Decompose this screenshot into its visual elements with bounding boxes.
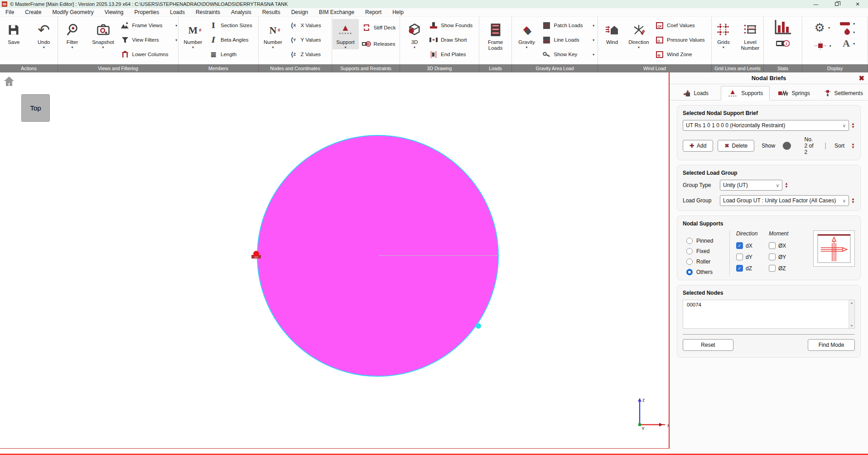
menu-restraints[interactable]: Restraints (190, 9, 226, 15)
axis-triad: z x y (627, 396, 670, 430)
display-node-style-button[interactable]: ▼ (815, 42, 832, 50)
panel-close-icon[interactable]: ✖ (858, 74, 864, 82)
restore-button[interactable] (826, 0, 847, 8)
selected-nodes-card: Selected Nodes 00074 ▲▼ Reset Find Mode (677, 285, 861, 358)
menu-help[interactable]: Help (387, 9, 409, 15)
group-type-spinner[interactable]: ▲▼ (785, 182, 788, 188)
menu-loads[interactable]: Loads (164, 9, 190, 15)
display-font-button[interactable]: A▼ (840, 38, 855, 48)
radio-fixed[interactable]: Fixed (686, 248, 729, 254)
radio-pinned[interactable]: Pinned (686, 238, 729, 244)
3d-button[interactable]: 3D ▼ (403, 19, 426, 49)
menu-modify-geometry[interactable]: Modify Geometry (47, 9, 99, 15)
wind-button[interactable]: Wind (601, 19, 623, 45)
line-loads-button[interactable]: Line Loads▼ (542, 35, 595, 45)
support-button[interactable]: ▲✕✕✕✕✕ Support ▼ (333, 19, 359, 49)
radio-others[interactable]: Others (686, 269, 729, 275)
nodes-scrollbar[interactable]: ▲▼ (849, 300, 854, 328)
frame-views-button[interactable]: Frame Views▼ (120, 20, 178, 30)
draw-short-button[interactable]: Draw Short (429, 35, 476, 45)
undo-button[interactable]: ↶ Undo ▼ (30, 19, 58, 49)
direction-header: Direction (736, 230, 762, 237)
tab-springs[interactable]: Springs (770, 86, 819, 101)
node-number-button[interactable]: N# Number ▼ (260, 19, 286, 49)
releases-button[interactable]: Releases (362, 39, 400, 49)
checkbox-dx[interactable]: ✓dX (736, 242, 762, 249)
pressure-values-button[interactable]: Q Pressure Values (655, 35, 708, 45)
display-line-color-button[interactable]: ▼ (840, 22, 855, 26)
menu-bim-exchange[interactable]: BIM Exchange (313, 9, 360, 15)
view-filters-button[interactable]: View Filters▼ (120, 35, 178, 45)
beta-angles-button[interactable]: I Beta Angles (208, 35, 256, 45)
lower-columns-button[interactable]: Lower Columns (120, 49, 178, 59)
radio-roller[interactable]: Roller (686, 259, 729, 265)
frame-loads-button[interactable]: Frame Loads (482, 19, 510, 51)
checkbox-oz[interactable]: ØZ (769, 265, 795, 272)
menu-viewing[interactable]: Viewing (99, 9, 129, 15)
group-type-combobox[interactable]: Unity (UT) ∨ (720, 180, 782, 191)
wind-zone-icon: W (655, 51, 665, 58)
show-toggle[interactable] (782, 143, 791, 149)
end-plates-button[interactable]: End Plates (429, 49, 476, 59)
menu-design[interactable]: Design (286, 9, 313, 15)
patch-loads-button[interactable]: Patch Loads▼ (542, 20, 595, 30)
checkbox-dz[interactable]: ✓dZ (736, 265, 762, 272)
display-fill-color-button[interactable]: ▼ (840, 29, 855, 35)
tab-settlements[interactable]: Settlements (819, 86, 868, 101)
load-group-spinner[interactable]: ▲▼ (851, 197, 855, 204)
length-button[interactable]: ≣ Length (208, 49, 256, 59)
z-values-button[interactable]: ⟨Z Z Values (289, 49, 330, 59)
node-marker[interactable] (476, 323, 481, 329)
snapshot-button[interactable]: Snapshot ▼ (89, 19, 117, 49)
reset-button[interactable]: Reset (683, 339, 733, 351)
tank-plate-circle[interactable] (257, 135, 499, 377)
checkbox-oy[interactable]: ØY (769, 254, 795, 260)
display-settings-button[interactable]: ⚙▼ (815, 22, 832, 34)
model-canvas[interactable]: Top z x y (0, 72, 670, 455)
selected-nodes-list[interactable]: 00074 ▲▼ (683, 300, 855, 329)
load-group-combobox[interactable]: Load Group UT : Unity Load Factor (All C… (720, 195, 849, 206)
tab-supports[interactable]: ▲✕✕✕✕ Supports (721, 86, 770, 101)
tab-loads[interactable]: Loads (671, 86, 721, 101)
menu-properties[interactable]: Properties (129, 9, 165, 15)
home-icon[interactable] (3, 75, 15, 88)
wind-zone-button[interactable]: W Wind Zone (655, 49, 708, 59)
section-sizes-button[interactable]: I Section Sizes (208, 20, 256, 30)
stats-info-button[interactable]: i (776, 40, 790, 47)
gravity-button[interactable]: ◆◆ Gravity ▼ (515, 19, 539, 49)
stats-chart-button[interactable] (774, 19, 792, 35)
show-key-button[interactable]: Show Key▼ (542, 49, 595, 59)
filter-button[interactable]: Filter ▼ (58, 19, 87, 49)
save-button[interactable]: Save (0, 19, 28, 45)
sort-spinner[interactable]: ▲▼ (851, 143, 855, 149)
selected-support-node[interactable] (253, 251, 259, 257)
moment-header: Moment (769, 230, 795, 237)
x-values-button[interactable]: ⟨X X Values (289, 20, 330, 30)
direction-button[interactable]: Direction ▼ (626, 19, 652, 49)
pressure-values-icon: Q (655, 37, 665, 43)
y-values-button[interactable]: ⟨Y Y Values (289, 35, 330, 45)
menu-create[interactable]: Create (19, 9, 47, 15)
close-button[interactable]: ✕ (847, 0, 868, 8)
menu-analysis[interactable]: Analysis (226, 9, 257, 15)
level-number-button[interactable]: Level Number (738, 19, 763, 51)
grids-button[interactable]: Grids ▼ (712, 19, 735, 49)
show-founds-button[interactable]: Show Founds (429, 20, 476, 30)
menu-file[interactable]: File (0, 9, 19, 15)
view-cube-top-button[interactable]: Top (21, 94, 50, 122)
minimize-button[interactable]: — (805, 0, 826, 8)
member-number-button[interactable]: M# Number ▼ (180, 19, 206, 49)
add-button[interactable]: ✚ Add (683, 140, 713, 152)
support-brief-combobox[interactable]: UT Rs 1 0 1 0 0 0 (Horizontally Restrain… (683, 120, 849, 131)
delete-button[interactable]: ✖ Delete (718, 140, 754, 152)
stiff-deck-button[interactable]: Stiff Deck (362, 23, 400, 33)
menu-results[interactable]: Results (257, 9, 286, 15)
checkbox-ox[interactable]: ØX (769, 242, 795, 249)
scroll-down-icon[interactable]: ▼ (850, 324, 854, 327)
find-mode-button[interactable]: Find Mode (808, 339, 855, 351)
support-brief-spinner[interactable]: ▲▼ (851, 122, 855, 129)
menu-report[interactable]: Report (360, 9, 387, 15)
scroll-up-icon[interactable]: ▲ (850, 301, 854, 304)
checkbox-dy[interactable]: dY (736, 254, 762, 260)
coef-values-button[interactable]: CP Coef Values (655, 20, 708, 30)
